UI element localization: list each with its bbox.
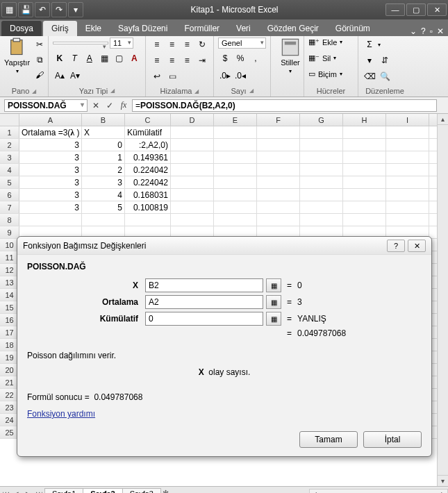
cell[interactable]: 3 [19,164,82,176]
cell[interactable]: 3 [19,201,82,213]
cell[interactable] [171,201,214,213]
cell[interactable] [125,214,171,226]
dialog-launcher-icon[interactable]: ◢ [32,88,36,94]
cell[interactable]: 3 [82,176,125,188]
bold-icon[interactable]: K [53,51,67,65]
cell[interactable] [171,139,214,151]
cell[interactable]: Ortalama =3(λ ) [19,126,82,138]
row-header[interactable]: 1 [0,126,19,138]
row-header[interactable]: 3 [0,151,19,163]
cell[interactable] [386,164,429,176]
cell[interactable] [214,189,257,201]
cell[interactable]: 2 [82,164,125,176]
table-row[interactable]: 5330.224042 [0,176,448,189]
table-row[interactable]: 1Ortalama =3(λ )XKümülatif [0,126,448,139]
cell[interactable] [214,176,257,188]
window-restore-icon[interactable]: ▫ [430,26,433,36]
copy-icon[interactable]: ⧉ [33,53,47,67]
table-row[interactable]: 4320.224042 [0,164,448,176]
align-bottom-icon[interactable]: ≡ [181,37,194,51]
sheet-nav-next-icon[interactable]: ▸ [22,489,33,493]
ok-button[interactable]: Tamam [299,431,358,448]
help-icon[interactable]: ? [421,26,426,36]
row-header[interactable]: 9 [0,226,19,238]
find-icon[interactable]: 🔍 [378,69,392,83]
cell[interactable] [171,164,214,176]
cell[interactable] [300,201,343,213]
cell[interactable] [214,139,257,151]
clear-icon[interactable]: ⌫ [363,69,376,83]
cell[interactable]: 5 [82,201,125,213]
cell[interactable] [257,189,300,201]
tab-home[interactable]: Giriş [43,21,77,36]
orientation-icon[interactable]: ↻ [195,37,209,51]
scroll-right-icon[interactable]: ▸ [438,490,447,494]
cell[interactable]: 3 [19,189,82,201]
cell[interactable]: 3 [19,176,82,188]
undo-icon[interactable]: ↶ [35,2,50,17]
cell[interactable] [257,164,300,176]
format-painter-icon[interactable]: 🖌 [33,68,47,82]
close-button[interactable]: ✕ [427,3,447,16]
cell[interactable] [171,126,214,138]
cell[interactable] [300,176,343,188]
name-box[interactable]: POISSON.DAĞ [4,99,88,112]
insert-cells-icon[interactable]: ▦⁺ [308,37,320,47]
comma-icon[interactable]: , [249,51,263,65]
increase-font-icon[interactable]: A▴ [53,69,67,83]
arg-x-input[interactable] [145,278,263,292]
cell[interactable]: X [82,126,125,138]
font-color-icon[interactable]: A [128,51,142,65]
row-header[interactable]: 5 [0,176,19,188]
wrap-text-icon[interactable]: ↩ [150,69,164,83]
col-header[interactable]: H [343,114,386,126]
fill-icon[interactable]: ▾ [363,53,376,67]
cell[interactable]: 0.168031 [125,189,171,201]
workbook-close-icon[interactable]: ✕ [437,26,444,36]
cancel-formula-icon[interactable]: ✕ [89,101,103,110]
col-header[interactable]: D [171,114,214,126]
cell[interactable] [300,139,343,151]
border-icon[interactable]: ▦ [98,51,112,65]
formula-input[interactable]: =POISSON.DAĞ(B2,A2,0) [132,99,437,112]
sheet-nav-prev-icon[interactable]: ◂ [11,489,22,493]
arg-cumulative-input[interactable] [145,312,263,326]
fill-color-icon[interactable]: ▢ [113,51,126,65]
cell[interactable] [171,214,214,226]
cell[interactable]: 3 [19,151,82,163]
align-top-icon[interactable]: ≡ [150,37,164,51]
col-header[interactable]: F [257,114,300,126]
file-tab[interactable]: Dosya [1,21,42,36]
scroll-up-icon[interactable]: ▴ [438,114,448,125]
cell[interactable]: 0.224042 [125,176,171,188]
cell[interactable] [214,126,257,138]
range-selector-icon[interactable]: ▦ [266,312,281,326]
align-right-icon[interactable]: ≡ [181,53,194,67]
cell[interactable] [386,189,429,201]
range-selector-icon[interactable]: ▦ [266,278,281,292]
cell[interactable] [214,164,257,176]
col-header[interactable]: C [125,114,171,126]
cell[interactable] [343,189,386,201]
cell[interactable]: Kümülatif [125,126,171,138]
col-header[interactable]: A [19,114,82,126]
dialog-help-button[interactable]: ? [387,240,405,252]
cell[interactable] [343,164,386,176]
cell[interactable] [386,176,429,188]
row-header[interactable]: 7 [0,201,19,213]
dialog-launcher-icon[interactable]: ◢ [110,87,115,94]
cell[interactable] [343,176,386,188]
underline-icon[interactable]: A [83,51,97,65]
cell[interactable] [257,214,300,226]
scroll-down-icon[interactable]: ▾ [438,475,448,486]
font-name-select[interactable] [53,42,108,44]
decrease-decimal-icon[interactable]: .0◂ [233,69,247,83]
sheet-tab[interactable]: Sayfa2 [83,488,122,493]
cell[interactable]: 0.149361 [125,151,171,163]
save-icon[interactable]: 💾 [18,2,33,17]
tab-insert[interactable]: Ekle [77,21,110,36]
cell[interactable] [386,151,429,163]
cell[interactable]: 0.100819 [125,201,171,213]
fx-icon[interactable]: fx [117,100,131,110]
currency-icon[interactable]: $ [218,51,232,65]
